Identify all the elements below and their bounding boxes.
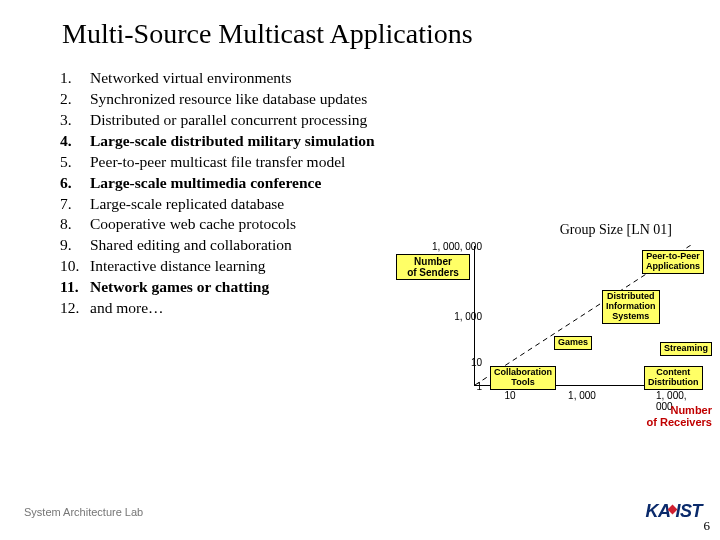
list-item-number: 10. [60, 256, 90, 277]
region-content-dist: ContentDistribution [644, 366, 703, 390]
chart-ylabel: Numberof Senders [396, 254, 470, 280]
list-item-number: 2. [60, 89, 90, 110]
list-item-number: 11. [60, 277, 90, 298]
region-collab: CollaborationTools [490, 366, 556, 390]
ytick: 1, 000 [454, 311, 482, 322]
ytick: 10 [471, 357, 482, 368]
region-games: Games [554, 336, 592, 350]
list-item-number: 8. [60, 214, 90, 235]
list-item-text: Large-scale multimedia conference [90, 173, 321, 194]
kaist-logo: KAIST [645, 501, 702, 522]
list-item-number: 6. [60, 173, 90, 194]
page-number: 6 [704, 518, 711, 534]
list-item-text: Cooperative web cache protocols [90, 214, 296, 235]
xtick: 1, 000 [568, 390, 596, 401]
list-item-text: Distributed or parallel concurrent proce… [90, 110, 367, 131]
ytick: 1 [476, 381, 482, 392]
ytick: 1, 000, 000 [432, 241, 482, 252]
list-item-number: 5. [60, 152, 90, 173]
slide-title: Multi-Source Multicast Applications [0, 0, 720, 50]
region-dist-info: DistributedInformationSystems [602, 290, 660, 324]
list-item-text: Synchronized resource like database upda… [90, 89, 367, 110]
list-item: 6.Large-scale multimedia conference [60, 173, 720, 194]
list-item-number: 1. [60, 68, 90, 89]
list-item: 7.Large-scale replicated database [60, 194, 720, 215]
chart-title: Group Size [LN 01] [560, 222, 672, 238]
list-item-text: Shared editing and collaboration [90, 235, 292, 256]
region-p2p: Peer-to-PeerApplications [642, 250, 704, 274]
list-item-number: 4. [60, 131, 90, 152]
list-item-text: Networked virtual environments [90, 68, 291, 89]
list-item-text: Network games or chatting [90, 277, 269, 298]
list-item-number: 3. [60, 110, 90, 131]
list-item-number: 9. [60, 235, 90, 256]
list-item: 2.Synchronized resource like database up… [60, 89, 720, 110]
list-item-text: Peer-to-peer multicast file transfer mod… [90, 152, 345, 173]
group-size-chart: Group Size [LN 01] Numberof Senders 1, 0… [404, 222, 704, 452]
footer-lab: System Architecture Lab [24, 506, 143, 518]
list-item: 5.Peer-to-peer multicast file transfer m… [60, 152, 720, 173]
list-item-text: and more… [90, 298, 164, 319]
list-item: 4.Large-scale distributed military simul… [60, 131, 720, 152]
list-item-text: Large-scale replicated database [90, 194, 284, 215]
list-item-text: Interactive distance learning [90, 256, 266, 277]
list-item-text: Large-scale distributed military simulat… [90, 131, 375, 152]
list-item-number: 7. [60, 194, 90, 215]
region-streaming: Streaming [660, 342, 712, 356]
xtick: 10 [504, 390, 515, 401]
list-item: 1.Networked virtual environments [60, 68, 720, 89]
chart-xlabel: Numberof Receivers [647, 404, 712, 428]
list-item: 3.Distributed or parallel concurrent pro… [60, 110, 720, 131]
list-item-number: 12. [60, 298, 90, 319]
